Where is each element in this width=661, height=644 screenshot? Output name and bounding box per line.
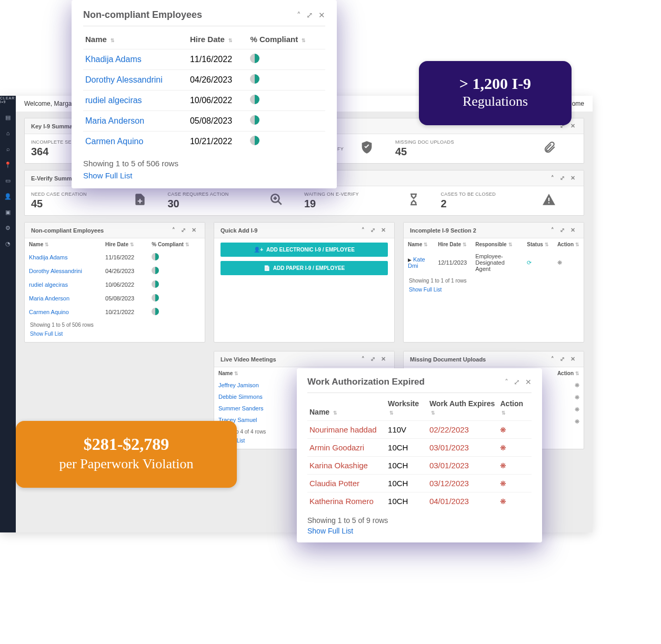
gear-icon[interactable]: ❋ [500, 444, 506, 452]
table-row: Maria Anderson 05/08/2023 [83, 111, 325, 132]
th-hire[interactable]: Hire Date [190, 35, 225, 44]
panel-controls[interactable]: ˄ ⤢ ✕ [551, 356, 577, 363]
nav-badge-icon[interactable]: ▣ [5, 209, 11, 215]
work-auth-expired-card: Work Authorization Expired ˄ ⤢ ✕ Name ⇅ … [297, 368, 542, 542]
nav-search-icon[interactable]: ⌕ [5, 146, 11, 152]
name-link[interactable]: Khadija Adams [83, 49, 188, 70]
th-name[interactable]: Name [29, 242, 43, 247]
sort-icon: ⇅ [333, 410, 337, 416]
half-pie-icon [152, 267, 159, 274]
panel-controls[interactable]: ˄ ⤢ ✕ [551, 175, 577, 182]
name-link[interactable]: Maria Anderson [83, 111, 188, 132]
th-status[interactable]: Status [527, 242, 543, 247]
show-full-list-link[interactable]: Show Full List [25, 331, 205, 342]
th-name[interactable]: Name [218, 370, 233, 376]
gear-icon[interactable]: ❋ [575, 418, 579, 425]
th-hire[interactable]: Hire Date [438, 242, 461, 247]
name-link[interactable]: Jeffrey Jamison [214, 379, 304, 391]
th-name[interactable]: Name [85, 35, 107, 44]
cell-compliant [248, 111, 325, 132]
sidebar: CLEAR I•9 ▤ ⌂ ⌕ 📍 ▭ 👤 ▣ ⚙ ◔ [0, 96, 16, 532]
collapse-icon[interactable]: ˄ [297, 11, 301, 20]
half-pie-icon [152, 294, 159, 301]
name-link[interactable]: Debbie Simmons [214, 391, 304, 402]
th-action[interactable]: Action [557, 370, 574, 376]
name-link[interactable]: Claudia Potter [307, 475, 386, 492]
name-link[interactable]: Carmen Aquino [25, 305, 101, 319]
cell-hire: 11/16/2022 [101, 250, 147, 264]
nav-user-icon[interactable]: 👤 [5, 193, 11, 199]
name-link[interactable]: rudiel algeciras [25, 278, 101, 291]
gear-icon[interactable]: ❋ [575, 406, 579, 412]
name-link[interactable]: rudiel algeciras [83, 90, 188, 111]
th-action[interactable]: Action [500, 399, 523, 408]
th-worksite[interactable]: Worksite [388, 399, 419, 408]
callout-regulations: > 1,200 I-9 Regulations [419, 61, 572, 125]
name-link[interactable]: Nourimane haddad [307, 421, 386, 439]
cell-responsible: Employee-Designated Agent [471, 250, 523, 275]
gear-icon[interactable]: ❋ [500, 497, 506, 506]
name-link[interactable]: Katherina Romero [307, 492, 386, 510]
th-name[interactable]: Name [408, 242, 422, 247]
nav-screen-icon[interactable]: ▭ [5, 177, 11, 184]
th-compliant[interactable]: % Compliant [152, 242, 184, 247]
nav-gear-icon[interactable]: ⚙ [5, 225, 11, 231]
gear-icon[interactable]: ❋ [557, 259, 562, 266]
name-link[interactable]: ▶Kate Dmi [404, 250, 434, 275]
show-full-list-link[interactable]: Show Full List [72, 171, 337, 180]
close-icon[interactable]: ✕ [318, 11, 325, 20]
table-row: Dorothy Alessandrini 04/26/2023 [25, 264, 205, 278]
th-expires[interactable]: Work Auth Expires [429, 399, 495, 408]
th-responsible[interactable]: Responsible [475, 242, 506, 247]
gear-icon[interactable]: ❋ [500, 426, 506, 434]
gear-icon[interactable]: ❋ [575, 394, 579, 400]
name-link[interactable]: Armin Goodazri [307, 439, 386, 457]
refresh-icon[interactable]: ⟳ [527, 259, 532, 266]
alert-triangle-icon [542, 193, 556, 209]
name-link[interactable]: Summer Sanders [214, 402, 304, 414]
collapse-icon[interactable]: ˄ [505, 378, 508, 386]
nav-home-icon[interactable]: ⌂ [5, 130, 11, 136]
cell-compliant [248, 49, 325, 70]
show-full-list-link[interactable]: Show Full List [297, 527, 542, 535]
panel-controls[interactable]: ˄ ⤢ ✕ [362, 356, 388, 363]
th-action[interactable]: Action [557, 242, 574, 247]
add-electronic-button[interactable]: 👤+ ADD ELECTRONIC I-9 / EMPLOYEE [221, 243, 388, 257]
stat-label: CASE REQUIRES ACTION [168, 192, 229, 197]
name-link[interactable]: Karina Okashige [307, 457, 386, 475]
half-pie-icon [152, 308, 159, 315]
nav-doc-icon[interactable]: ▤ [5, 114, 11, 120]
panel-controls[interactable]: ˄ ⤢ ✕ [172, 227, 198, 234]
table-row: Armin Goodazri 10CH 03/01/2023 ❋ [307, 439, 532, 457]
gear-icon[interactable]: ❋ [500, 479, 506, 488]
expand-icon[interactable]: ⤢ [306, 11, 313, 20]
nav-chart-icon[interactable]: ◔ [5, 240, 11, 247]
table-row: Nourimane haddad 110V 02/22/2023 ❋ [307, 421, 532, 439]
table-row: Katherina Romero 10CH 04/01/2023 ❋ [307, 492, 532, 510]
th-compliant[interactable]: % Compliant [250, 35, 298, 44]
name-link[interactable]: Dorothy Alessandrini [25, 264, 101, 278]
btn-label: ADD PAPER I-9 / EMPLOYEE [273, 265, 345, 271]
panel-controls[interactable]: ˄ ⤢ ✕ [551, 227, 577, 234]
sort-icon: ⇅ [302, 38, 306, 43]
name-link[interactable]: Khadija Adams [25, 250, 101, 264]
name-link[interactable]: Carmen Aquino [83, 132, 188, 152]
nav-pin-icon[interactable]: 📍 [5, 162, 11, 168]
cell-hire: 05/08/2023 [188, 111, 248, 132]
th-hire[interactable]: Hire Date [105, 242, 128, 247]
name-link[interactable]: Dorothy Alessandrini [83, 70, 188, 90]
half-pie-icon [250, 95, 259, 104]
th-name[interactable]: Name [309, 408, 329, 416]
half-pie-icon [152, 253, 159, 260]
cell-compliant [147, 305, 205, 319]
file-icon: 📄 [264, 265, 270, 271]
name-link[interactable]: Maria Anderson [25, 291, 101, 305]
close-icon[interactable]: ✕ [525, 378, 532, 386]
showing-text: Showing 1 to 5 of 506 rows [25, 319, 205, 331]
expand-icon[interactable]: ⤢ [514, 378, 520, 386]
panel-controls[interactable]: ˄ ⤢ ✕ [362, 227, 388, 234]
gear-icon[interactable]: ❋ [575, 382, 579, 388]
show-full-list-link[interactable]: Show Full List [404, 287, 584, 298]
add-paper-button[interactable]: 📄 ADD PAPER I-9 / EMPLOYEE [221, 261, 388, 275]
gear-icon[interactable]: ❋ [500, 461, 506, 470]
